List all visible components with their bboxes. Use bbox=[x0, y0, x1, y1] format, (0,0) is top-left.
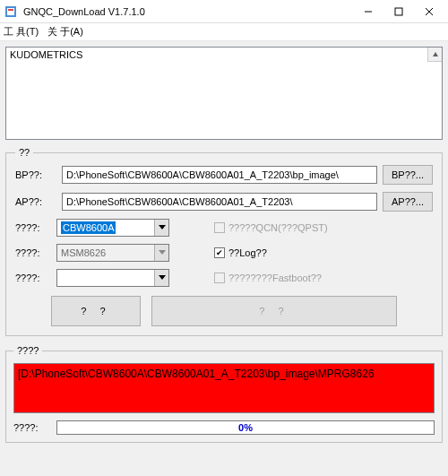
progress-label: ????: bbox=[13, 422, 49, 433]
bp-label: BP??: bbox=[15, 169, 56, 180]
chevron-down-icon bbox=[154, 220, 168, 236]
menu-about[interactable]: 关 于(A) bbox=[47, 25, 83, 39]
svg-rect-2 bbox=[8, 9, 13, 11]
chevron-down-icon bbox=[154, 270, 168, 286]
bp-browse-button[interactable]: BP??... bbox=[383, 165, 433, 185]
paths-group: ?? BP??: BP??... AP??: AP??... ????: CBW… bbox=[5, 147, 443, 336]
status-textbox: [D:\PhoneSoft\CBW8600A\CBW8600A01_A_T220… bbox=[13, 363, 435, 413]
svg-marker-10 bbox=[159, 275, 166, 280]
close-button[interactable] bbox=[414, 0, 444, 23]
svg-marker-7 bbox=[433, 52, 438, 56]
svg-marker-8 bbox=[159, 225, 166, 229]
qcn-check-label: ?????QCN(???QPST) bbox=[228, 222, 328, 233]
cfg1-label: ????: bbox=[15, 222, 56, 233]
menubar: 工 具(T) 关 于(A) bbox=[0, 23, 448, 41]
ap-browse-button[interactable]: AP??... bbox=[383, 192, 433, 212]
scroll-up-button[interactable] bbox=[427, 48, 442, 62]
fastboot-check-label: ????????Fastboot?? bbox=[228, 273, 322, 283]
menu-tools[interactable]: 工 具(T) bbox=[4, 25, 39, 39]
cfg2-label: ????: bbox=[15, 247, 56, 258]
fastboot-checkbox bbox=[214, 273, 225, 283]
action-button-left[interactable]: ? ? bbox=[51, 296, 141, 326]
port-combo[interactable] bbox=[56, 269, 169, 287]
chipset-combo: MSM8626 bbox=[56, 244, 169, 262]
log-textbox[interactable]: KUDOMETRICS bbox=[5, 47, 443, 140]
bp-path-input[interactable] bbox=[62, 166, 377, 184]
paths-legend: ?? bbox=[15, 147, 33, 158]
chevron-down-icon bbox=[154, 245, 168, 261]
progress-bar: 0% bbox=[56, 420, 435, 435]
ap-path-input[interactable] bbox=[62, 193, 377, 211]
log-checkbox[interactable]: ✔ bbox=[214, 247, 225, 258]
log-content: KUDOMETRICS bbox=[10, 49, 82, 60]
svg-marker-9 bbox=[159, 250, 166, 255]
status-legend: ???? bbox=[13, 345, 42, 356]
log-check-label: ??Log?? bbox=[228, 247, 267, 258]
app-icon bbox=[4, 4, 18, 19]
product-combo[interactable]: CBW8600A bbox=[56, 219, 169, 237]
window-titlebar: GNQC_DownLoad V1.7.1.0 bbox=[0, 0, 448, 23]
qcn-checkbox bbox=[214, 222, 225, 233]
chipset-value: MSM8626 bbox=[57, 247, 154, 258]
maximize-button[interactable] bbox=[383, 0, 414, 23]
svg-rect-4 bbox=[395, 8, 402, 15]
window-title: GNQC_DownLoad V1.7.1.0 bbox=[23, 6, 353, 17]
ap-label: AP??: bbox=[15, 196, 56, 207]
action-button-right: ? ? bbox=[151, 296, 397, 326]
progress-percent: 0% bbox=[238, 422, 253, 433]
status-group: ???? [D:\PhoneSoft\CBW8600A\CBW8600A01_A… bbox=[5, 345, 443, 443]
cfg3-label: ????: bbox=[15, 273, 56, 283]
product-value: CBW8600A bbox=[61, 221, 116, 234]
minimize-button[interactable] bbox=[353, 0, 383, 23]
